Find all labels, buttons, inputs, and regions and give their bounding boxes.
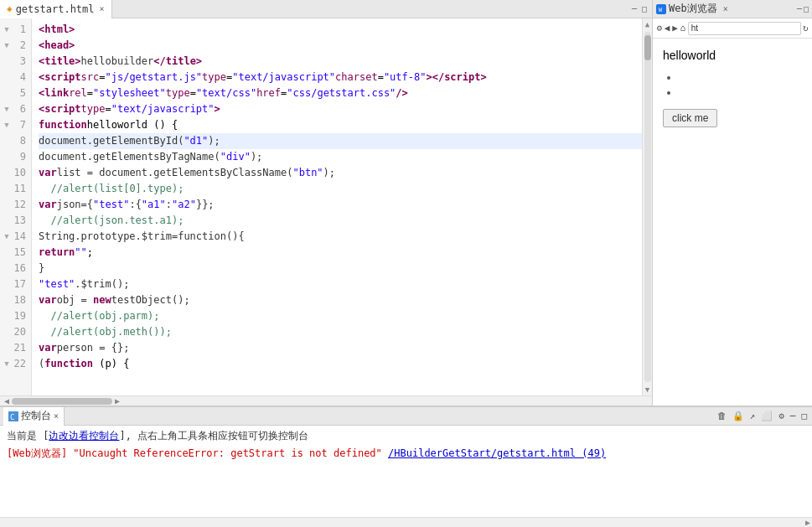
minimize-icon[interactable]: ─ bbox=[630, 4, 639, 13]
console-lock-icon[interactable]: 🔒 bbox=[731, 411, 746, 421]
console-tab-close[interactable]: × bbox=[54, 411, 59, 421]
line-number-9: 9 bbox=[0, 149, 31, 165]
scroll-up-icon[interactable]: ▲ bbox=[645, 18, 649, 30]
line-number-10: 10 bbox=[0, 165, 31, 181]
scroll-left-icon[interactable]: ◀ bbox=[2, 396, 12, 406]
code-line-7[interactable]: function helloworld () { bbox=[39, 117, 642, 133]
console-hint: 当前是 [边改边看控制台], 点右上角工具条相应按钮可切换控制台 bbox=[7, 429, 805, 443]
console-error-file[interactable]: /HBuilderGetStart/getstart.html (49) bbox=[388, 447, 606, 459]
line-number-22: ▼22 bbox=[0, 356, 31, 372]
line-numbers: ▼1▼2345▼6▼78910111213▼1415161718192021▼2… bbox=[0, 18, 32, 395]
code-line-18[interactable]: var obj = new testObject(); bbox=[39, 292, 642, 308]
line-number-19: 19 bbox=[0, 308, 31, 324]
fold-icon-2[interactable]: ▼ bbox=[3, 38, 11, 54]
browser-back-icon[interactable]: ◀ bbox=[664, 21, 670, 36]
line-number-8: 8 bbox=[0, 133, 31, 149]
editor-content: ▼1▼2345▼6▼78910111213▼1415161718192021▼2… bbox=[0, 18, 642, 395]
browser-tab-bar: W Web浏览器 × ─ □ bbox=[653, 0, 812, 18]
scroll-down-icon[interactable]: ▼ bbox=[645, 384, 649, 395]
code-line-16[interactable]: } bbox=[39, 261, 642, 276]
console-tab[interactable]: C 控制台 × bbox=[3, 407, 65, 426]
console-tab-label: 控制台 bbox=[21, 409, 51, 423]
console-clear-icon[interactable]: 🗑 bbox=[716, 411, 728, 421]
browser-tab[interactable]: W Web浏览器 × bbox=[656, 2, 728, 16]
browser-toolbar: ⚙ ◀ ▶ ⌂ ↻ bbox=[653, 18, 812, 39]
browser-panel: W Web浏览器 × ─ □ ⚙ ◀ ▶ ⌂ ↻ helloworld bbox=[653, 0, 812, 406]
line-number-17: 17 bbox=[0, 276, 31, 292]
console-hint-link[interactable]: 边改边看控制台 bbox=[49, 430, 119, 442]
code-line-19[interactable]: // alert(obj.parm); bbox=[39, 308, 642, 324]
code-line-3[interactable]: <title>hellobuilder</title> bbox=[39, 54, 642, 70]
line-number-3: 3 bbox=[0, 54, 31, 70]
line-number-20: 20 bbox=[0, 324, 31, 340]
console-tab-bar: C 控制台 × 🗑 🔒 ↗ ⬜ ⚙ ─ □ bbox=[0, 407, 812, 426]
code-line-2[interactable]: <head> bbox=[39, 38, 642, 54]
code-line-8[interactable]: document.getElementById("d1"); bbox=[39, 133, 642, 149]
code-line-6[interactable]: <script type="text/javascript"> bbox=[39, 101, 642, 117]
console-tab-controls: 🗑 🔒 ↗ ⬜ ⚙ ─ □ bbox=[716, 411, 809, 421]
line-number-15: 15 bbox=[0, 245, 31, 261]
svg-text:C: C bbox=[10, 413, 14, 421]
console-maximize-icon[interactable]: □ bbox=[799, 411, 809, 421]
editor-tab-close[interactable]: × bbox=[100, 4, 105, 13]
browser-forward-icon[interactable]: ▶ bbox=[672, 21, 678, 36]
line-number-11: 11 bbox=[0, 181, 31, 197]
maximize-icon[interactable]: □ bbox=[640, 4, 649, 13]
console-split-icon[interactable]: ⬜ bbox=[759, 411, 774, 421]
code-area[interactable]: <html> <head> <title>hellobuilder</title… bbox=[32, 18, 642, 395]
editor-hscroll: ◀ ▶ bbox=[0, 395, 652, 406]
scroll-right-icon[interactable]: ▶ bbox=[112, 396, 122, 406]
browser-settings-icon[interactable]: ⚙ bbox=[656, 21, 662, 36]
fold-icon-7[interactable]: ▼ bbox=[3, 117, 11, 133]
browser-heading: helloworld bbox=[663, 49, 802, 62]
browser-refresh-icon[interactable]: ↻ bbox=[803, 21, 809, 36]
fold-icon-6[interactable]: ▼ bbox=[3, 101, 11, 117]
fold-icon-1[interactable]: ▼ bbox=[3, 22, 11, 38]
code-line-5[interactable]: <link rel="stylesheet" type="text/css" h… bbox=[39, 85, 642, 101]
console-settings-icon[interactable]: ⚙ bbox=[777, 411, 786, 421]
line-number-6: ▼6 bbox=[0, 101, 31, 117]
code-line-1[interactable]: <html> bbox=[39, 22, 642, 38]
console-error-text: [Web浏览器] "Uncaught ReferenceError: getSt… bbox=[7, 447, 388, 459]
browser-maximize-icon[interactable]: □ bbox=[804, 4, 809, 13]
browser-home-icon[interactable]: ⌂ bbox=[680, 21, 685, 36]
code-line-9[interactable]: document.getElementsByTagName("div"); bbox=[39, 149, 642, 165]
line-number-18: 18 bbox=[0, 292, 31, 308]
bullet-item-2 bbox=[680, 85, 802, 101]
editor-vscroll[interactable]: ▲ ▼ bbox=[642, 18, 652, 395]
console-scroll-right[interactable]: ▶ bbox=[805, 518, 810, 527]
hscroll-thumb[interactable] bbox=[12, 398, 112, 405]
code-line-4[interactable]: <script src="js/getstart.js" type="text/… bbox=[39, 70, 642, 85]
click-me-button[interactable]: click me bbox=[663, 109, 717, 127]
code-line-12[interactable]: var json={"test":{"a1":"a2"}}; bbox=[39, 197, 642, 213]
code-line-10[interactable]: var list = document.getElementsByClassNa… bbox=[39, 165, 642, 181]
code-line-20[interactable]: // alert(obj.meth()); bbox=[39, 324, 642, 340]
line-number-21: 21 bbox=[0, 340, 31, 356]
line-number-7: ▼7 bbox=[0, 117, 31, 133]
code-line-14[interactable]: String.prototype.$trim=function(){ bbox=[39, 229, 642, 245]
line-number-1: ▼1 bbox=[0, 22, 31, 38]
editor-tab-label: getstart.html bbox=[16, 3, 95, 15]
code-line-22[interactable]: (function (p) { bbox=[39, 356, 642, 372]
line-number-2: ▼2 bbox=[0, 38, 31, 54]
line-number-14: ▼14 bbox=[0, 229, 31, 245]
browser-minimize-icon[interactable]: ─ bbox=[797, 4, 802, 13]
code-line-17[interactable]: "test".$trim(); bbox=[39, 276, 642, 292]
vscroll-thumb[interactable] bbox=[644, 35, 651, 60]
code-line-13[interactable]: // alert(json.test.a1); bbox=[39, 213, 642, 229]
line-number-16: 16 bbox=[0, 261, 31, 276]
code-line-11[interactable]: // alert(list[0].type); bbox=[39, 181, 642, 197]
browser-tab-close[interactable]: × bbox=[723, 4, 728, 13]
console-minimize-icon[interactable]: ─ bbox=[789, 411, 798, 421]
code-line-15[interactable]: return ""; bbox=[39, 245, 642, 261]
editor-tab[interactable]: ◈ getstart.html × bbox=[0, 0, 112, 18]
fold-icon-14[interactable]: ▼ bbox=[3, 229, 11, 245]
code-line-21[interactable]: var person = {}; bbox=[39, 340, 642, 356]
console-error-line: [Web浏览器] "Uncaught ReferenceError: getSt… bbox=[7, 447, 805, 461]
console-export-icon[interactable]: ↗ bbox=[748, 411, 758, 421]
browser-url-bar[interactable] bbox=[688, 22, 801, 35]
html-file-icon: ◈ bbox=[7, 3, 13, 14]
line-number-4: 4 bbox=[0, 70, 31, 85]
fold-icon-22[interactable]: ▼ bbox=[3, 356, 11, 372]
console-bottom-scrollbar: ▶ bbox=[0, 517, 812, 527]
